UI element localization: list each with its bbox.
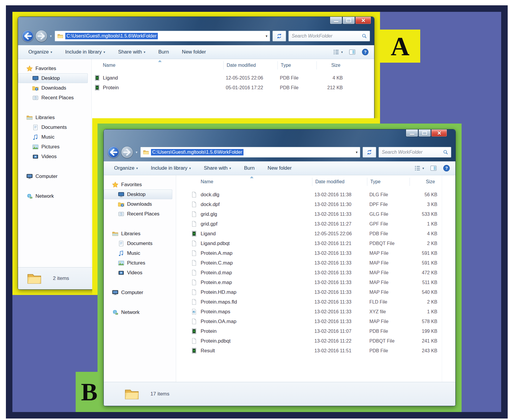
file-type: MAP File bbox=[367, 290, 410, 295]
column-name[interactable]: Name bbox=[191, 178, 312, 186]
sidebar-item-network[interactable]: Network bbox=[18, 191, 91, 201]
sidebar-item-desktop[interactable]: Desktop bbox=[18, 73, 88, 83]
file-row[interactable]: Protein.A.map13-02-2016 11:33MAP File591… bbox=[176, 248, 455, 258]
file-type: PDB File bbox=[367, 348, 410, 353]
file-row[interactable]: Protein.OA.map13-02-2016 11:33MAP File57… bbox=[176, 317, 455, 326]
file-row[interactable]: Protein.pdbqt13-02-2016 11:22PDBQT File2… bbox=[176, 336, 455, 346]
file-row[interactable]: Protein.maps.fld13-02-2016 11:33FLD File… bbox=[176, 297, 455, 307]
toolbar-share-with[interactable]: Share with▾ bbox=[118, 49, 145, 55]
history-dropdown[interactable]: ▾ bbox=[136, 150, 137, 154]
computer-icon bbox=[112, 289, 118, 296]
sidebar-item-videos[interactable]: Videos bbox=[18, 152, 91, 161]
column-size[interactable]: Size bbox=[410, 178, 439, 186]
sidebar-item-pictures[interactable]: Pictures bbox=[104, 258, 176, 268]
file-row[interactable]: Protein.e.map13-02-2016 11:33MAP File511… bbox=[176, 278, 455, 287]
minimize-button[interactable] bbox=[406, 129, 418, 137]
search-input[interactable] bbox=[291, 33, 361, 39]
sidebar-item-recent-places[interactable]: Recent Places bbox=[18, 93, 91, 103]
sidebar-item-pictures[interactable]: Pictures bbox=[18, 142, 91, 152]
help-button[interactable]: ? bbox=[362, 48, 369, 56]
column-name[interactable]: Name bbox=[94, 61, 223, 69]
sidebar-item-network[interactable]: Network bbox=[104, 307, 176, 317]
toolbar-organize[interactable]: Organize▾ bbox=[28, 49, 52, 55]
sidebar-item-favorites[interactable]: Favorites bbox=[104, 180, 176, 189]
back-button[interactable] bbox=[108, 147, 119, 158]
toolbar-include-in-library[interactable]: Include in library▾ bbox=[65, 49, 105, 55]
sidebar-item-libraries[interactable]: Libraries bbox=[104, 229, 176, 239]
forward-button[interactable] bbox=[36, 30, 47, 42]
sidebar-item-videos[interactable]: Videos bbox=[104, 268, 176, 278]
file-row[interactable]: Protein.d.map13-02-2016 11:33MAP File472… bbox=[176, 268, 455, 278]
file-row[interactable]: grid.gpf13-02-2016 11:27GPF File1 KB bbox=[176, 219, 455, 229]
toolbar-new-folder[interactable]: New folder bbox=[268, 165, 292, 171]
file-generic-icon bbox=[191, 289, 197, 295]
sidebar-item-computer[interactable]: Computer bbox=[104, 288, 176, 297]
column-type[interactable]: Type bbox=[367, 178, 410, 186]
forward-arrow-icon bbox=[121, 147, 133, 158]
back-arrow-icon bbox=[22, 30, 33, 42]
history-dropdown[interactable]: ▾ bbox=[50, 34, 52, 38]
file-row[interactable]: Protein.C.map13-02-2016 11:33MAP File591… bbox=[176, 258, 455, 268]
column-date-modified[interactable]: Date modified bbox=[223, 61, 277, 69]
toolbar-burn[interactable]: Burn bbox=[244, 165, 255, 171]
refresh-button[interactable] bbox=[363, 147, 376, 158]
help-button[interactable]: ? bbox=[443, 165, 450, 172]
sidebar-item-downloads[interactable]: Downloads bbox=[104, 199, 176, 209]
sidebar-item-computer[interactable]: Computer bbox=[18, 171, 91, 181]
preview-pane-button[interactable] bbox=[430, 165, 437, 172]
file-row[interactable]: Protein05-01-2016 17:22PDB File212 KB bbox=[92, 83, 374, 93]
sidebar-item-music[interactable]: Music bbox=[18, 132, 91, 142]
file-row[interactable]: Protein.maps13-02-2016 11:33XYZ file1 KB bbox=[176, 307, 455, 317]
column-date-modified[interactable]: Date modified bbox=[312, 178, 367, 186]
sidebar-item-favorites[interactable]: Favorites bbox=[18, 64, 91, 73]
refresh-button[interactable] bbox=[272, 31, 286, 41]
address-bar[interactable]: C:\Users\Guest\.mgltools\1.5.6\WorkFolde… bbox=[140, 147, 360, 158]
file-row[interactable]: Protein13-02-2016 11:07PDB File199 KB bbox=[176, 326, 455, 336]
back-button[interactable] bbox=[22, 30, 33, 42]
chevron-down-icon: ▾ bbox=[341, 50, 343, 54]
maximize-button[interactable] bbox=[418, 129, 431, 137]
file-name: grid.glg bbox=[201, 211, 312, 217]
file-date: 12-05-2015 22:06 bbox=[312, 231, 367, 236]
sidebar-item-music[interactable]: Music bbox=[104, 248, 176, 258]
address-dropdown-icon[interactable]: ▾ bbox=[356, 150, 358, 154]
videos-icon bbox=[32, 153, 39, 160]
minimize-button[interactable] bbox=[330, 17, 342, 24]
file-row[interactable]: Result13-02-2016 11:51PDB File243 KB bbox=[176, 346, 455, 356]
file-row[interactable]: grid.glg13-02-2016 11:33GLG File533 KB bbox=[176, 209, 455, 219]
close-icon bbox=[361, 18, 365, 22]
toolbar-new-folder[interactable]: New folder bbox=[182, 49, 206, 55]
file-row[interactable]: dock.dlg13-02-2016 11:38DLG File56 KB bbox=[176, 190, 455, 200]
search-input[interactable] bbox=[381, 149, 443, 155]
address-bar[interactable]: C:\Users\Guest\.mgltools\1.5.6\WorkFolde… bbox=[55, 31, 270, 41]
views-button[interactable]: ▾ bbox=[333, 48, 343, 56]
sidebar-item-downloads[interactable]: Downloads bbox=[18, 83, 91, 93]
toolbar-organize[interactable]: Organize▾ bbox=[114, 165, 138, 171]
file-row[interactable]: Ligand.pdbqt13-02-2016 11:21PDBQT File2 … bbox=[176, 239, 455, 248]
column-type[interactable]: Type bbox=[277, 61, 316, 69]
toolbar-burn[interactable]: Burn bbox=[158, 49, 169, 55]
file-size: 243 KB bbox=[410, 348, 439, 353]
file-row[interactable]: Protein.HD.map13-02-2016 11:33MAP File54… bbox=[176, 287, 455, 297]
views-icon bbox=[333, 48, 340, 56]
file-row[interactable]: Ligand12-05-2015 22:06PDB File4 KB bbox=[176, 229, 455, 239]
file-row[interactable]: Ligand12-05-2015 22:06PDB File4 KB bbox=[92, 73, 374, 83]
sidebar-item-recent-places[interactable]: Recent Places bbox=[104, 209, 176, 219]
toolbar-include-in-library[interactable]: Include in library▾ bbox=[151, 165, 191, 171]
sidebar-item-documents[interactable]: Documents bbox=[104, 239, 176, 248]
close-button[interactable] bbox=[355, 17, 371, 24]
sidebar-item-documents[interactable]: Documents bbox=[18, 122, 91, 132]
toolbar-share-with[interactable]: Share with▾ bbox=[204, 165, 231, 171]
column-size[interactable]: Size bbox=[316, 61, 345, 69]
address-dropdown-icon[interactable]: ▾ bbox=[266, 34, 267, 38]
forward-button[interactable] bbox=[121, 147, 133, 158]
views-button[interactable]: ▾ bbox=[414, 165, 424, 172]
sidebar-item-desktop[interactable]: Desktop bbox=[104, 189, 172, 199]
file-row[interactable]: dock.dpf13-02-2016 11:30DPF File3 KB bbox=[176, 200, 455, 209]
close-button[interactable] bbox=[431, 129, 447, 137]
sidebar-item-libraries[interactable]: Libraries bbox=[18, 113, 91, 122]
music-icon bbox=[32, 134, 39, 140]
maximize-button[interactable] bbox=[342, 17, 355, 24]
preview-pane-button[interactable] bbox=[349, 48, 356, 56]
file-size: 540 KB bbox=[410, 290, 439, 295]
